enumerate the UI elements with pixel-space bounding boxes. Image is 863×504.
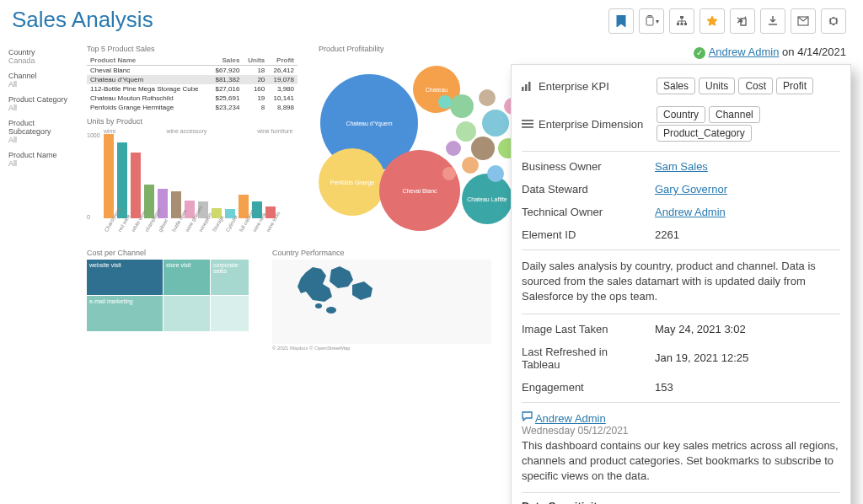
svg-point-8 [315, 303, 322, 308]
toolbar: ▾ [608, 8, 846, 34]
map-title: Country Performance [272, 249, 508, 257]
bubble[interactable] [438, 95, 452, 109]
svg-rect-12 [522, 120, 533, 121]
dimension-tag[interactable]: Product_Category [657, 125, 752, 142]
panel-meta-row: Image Last TakenMay 24, 2021 3:02 [522, 318, 840, 340]
bubble[interactable] [487, 165, 504, 182]
bar-chart: 1000 0 [87, 134, 302, 218]
clipboard-button[interactable]: ▾ [639, 8, 664, 34]
treemap-cell[interactable]: website visit [87, 260, 163, 295]
svg-rect-0 [646, 17, 653, 25]
settings-button[interactable] [821, 8, 846, 34]
product-table-title: Top 5 Product Sales [87, 45, 302, 53]
svg-rect-10 [525, 84, 528, 91]
bubble[interactable] [482, 110, 509, 137]
hierarchy-button[interactable] [669, 8, 694, 34]
bubble[interactable] [471, 137, 495, 160]
filter-item[interactable]: Product CategoryAll [8, 95, 72, 112]
comment-icon [522, 411, 533, 422]
filter-item[interactable]: CountryCanada [8, 48, 72, 65]
kpi-tag[interactable]: Profit [776, 78, 813, 94]
page-title: Sales Analysis [0, 0, 165, 40]
treemap-cell[interactable]: corporate sales [211, 260, 249, 295]
list-icon [522, 119, 533, 129]
details-panel: Enterprise KPI SalesUnitsCostProfit Ente… [511, 64, 851, 504]
bar[interactable] [131, 153, 141, 218]
table-row[interactable]: Penfolds Grange Hermitage$23,23488,898 [87, 103, 297, 112]
svg-rect-5 [684, 23, 687, 25]
bubble[interactable] [462, 157, 479, 174]
sensitivity-heading: Data Sensitivity [522, 500, 840, 504]
table-row[interactable]: Cheval Blanc$67,9201826,412 [87, 66, 297, 76]
dimension-tag[interactable]: Channel [709, 106, 760, 123]
panel-row: Technical OwnerAndrew Admin [522, 201, 840, 223]
svg-rect-13 [522, 123, 533, 125]
map-attribution: © 2021 Mapbox © OpenStreetMap [272, 346, 508, 351]
treemap-cell[interactable]: store visit [163, 260, 210, 295]
bookmark-button[interactable] [608, 8, 634, 34]
kpi-tag[interactable]: Cost [738, 78, 773, 94]
panel-row-link[interactable]: Andrew Admin [655, 206, 726, 218]
product-table: Product NameSalesUnitsProfitCheval Blanc… [87, 56, 297, 112]
favorite-button[interactable] [700, 8, 725, 34]
panel-row: Element ID2261 [522, 223, 840, 246]
table-row[interactable]: Chateau d'Yquem$81,3822019,078 [87, 75, 297, 84]
svg-rect-3 [677, 23, 679, 25]
panel-row: Data StewardGary Governor [522, 178, 840, 201]
bubble[interactable] [450, 94, 474, 118]
filter-item[interactable]: Product SubcategoryAll [8, 119, 72, 144]
email-button[interactable] [791, 8, 816, 34]
bubble[interactable] [446, 141, 461, 156]
dimension-tag[interactable]: Country [657, 106, 705, 123]
kpi-tag[interactable]: Units [699, 78, 735, 94]
panel-meta-row: Last Refreshed in TableauJan 19, 2021 12… [522, 340, 840, 376]
panel-meta-row: Engagement153 [522, 376, 840, 399]
panel-description: Daily sales analysis by country, product… [522, 254, 840, 310]
bar[interactable] [104, 134, 114, 218]
panel-row-link[interactable]: Sam Sales [655, 160, 708, 173]
svg-rect-2 [680, 16, 683, 19]
panel-row-link[interactable]: Gary Governor [655, 183, 727, 196]
bar-chart-title: Units by Product [87, 117, 302, 126]
comment-author-link[interactable]: Andrew Admin [535, 412, 606, 425]
svg-point-7 [326, 307, 336, 314]
svg-rect-9 [522, 87, 524, 91]
treemap-title: Cost per Channel [87, 249, 255, 257]
panel-comment: Andrew Admin Wednesday 05/12/2021 This d… [522, 406, 840, 490]
bubble-chart-title: Product Profitability [319, 45, 555, 53]
filters-sidebar: CountryCanadaChannelAllProduct CategoryA… [0, 40, 80, 354]
bubble[interactable] [479, 89, 496, 106]
kpi-tag[interactable]: Sales [657, 78, 695, 94]
download-button[interactable] [760, 8, 785, 34]
certification-badge: ✓Andrew Admin on 4/14/2021 [694, 46, 846, 59]
filter-item[interactable]: Product NameAll [8, 151, 72, 168]
bar-chart-icon [522, 81, 533, 91]
svg-rect-14 [522, 126, 533, 128]
share-button[interactable] [730, 8, 755, 34]
treemap-cell[interactable] [163, 296, 210, 331]
bubble-chart: Chateau d'YquemChateauPenfolds GrangeChe… [319, 56, 538, 224]
table-row[interactable]: 112-Bottle Pine Mega Storage Cube$27,016… [87, 84, 297, 94]
bubble[interactable] [442, 167, 456, 180]
table-row[interactable]: Chateau Mouton Rothschild$25,6911910,141 [87, 94, 297, 103]
svg-rect-4 [681, 23, 683, 25]
map-chart [272, 260, 491, 344]
treemap-cell[interactable] [211, 296, 249, 331]
svg-rect-11 [528, 82, 531, 91]
certified-by-link[interactable]: Andrew Admin [709, 46, 780, 58]
filter-item[interactable]: ChannelAll [8, 72, 72, 88]
bubble[interactable] [456, 121, 476, 142]
treemap-cell[interactable]: e-mail marketing [87, 296, 163, 331]
panel-row: Business OwnerSam Sales [522, 155, 840, 178]
treemap-chart: website visitstore visitcorporate salese… [87, 260, 249, 332]
